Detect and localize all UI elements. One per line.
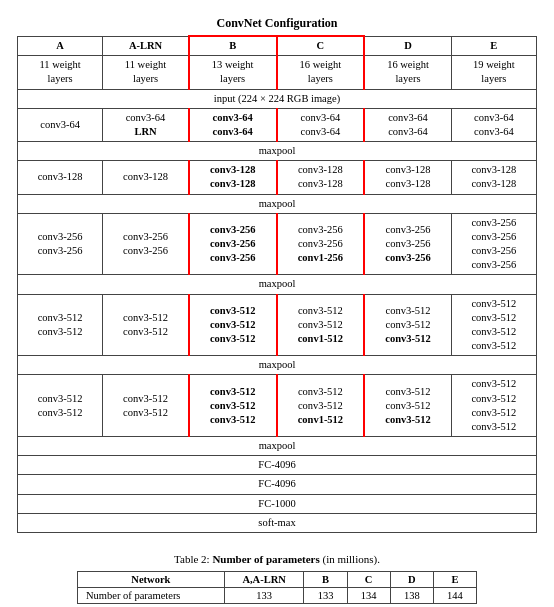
maxpool3-row: maxpool	[18, 275, 537, 294]
subheader-e: 19 weightlayers	[451, 56, 536, 89]
fc2-label: FC-4096	[18, 475, 537, 494]
s3-c: conv3-256conv3-256conv1-256	[277, 213, 365, 275]
maxpool5-row: maxpool	[18, 437, 537, 456]
section2-conv-row: conv3-128 conv3-128 conv3-128conv3-128 c…	[18, 161, 537, 194]
params-aalrn-val: 133	[224, 587, 304, 603]
s3-alrn: conv3-256conv3-256	[103, 213, 189, 275]
params-d-val: 138	[390, 587, 433, 603]
column-header-row: A A-LRN B C D E	[18, 36, 537, 56]
s5-a: conv3-512conv3-512	[18, 375, 103, 437]
s4-c: conv3-512conv3-512conv1-512	[277, 294, 365, 356]
s3-d: conv3-256conv3-256conv3-256	[364, 213, 451, 275]
main-table: A A-LRN B C D E 11 weightlayers 11 weigh…	[17, 35, 537, 533]
s2-alrn: conv3-128	[103, 161, 189, 194]
s2-a: conv3-128	[18, 161, 103, 194]
s2-d: conv3-128conv3-128	[364, 161, 451, 194]
s3-a: conv3-256conv3-256	[18, 213, 103, 275]
subheader-d: 16 weightlayers	[364, 56, 451, 89]
softmax-label: soft-max	[18, 513, 537, 532]
subheader-alrn: 11 weightlayers	[103, 56, 189, 89]
table-title: ConvNet Configuration	[216, 16, 337, 31]
s4-d: conv3-512conv3-512conv3-512	[364, 294, 451, 356]
s3-b: conv3-256conv3-256conv3-256	[189, 213, 277, 275]
maxpool4-label: maxpool	[18, 356, 537, 375]
params-col-d: D	[390, 571, 433, 587]
s5-d: conv3-512conv3-512conv3-512	[364, 375, 451, 437]
section3-conv-row: conv3-256conv3-256 conv3-256conv3-256 co…	[18, 213, 537, 275]
s1-c: conv3-64conv3-64	[277, 108, 365, 141]
maxpool2-row: maxpool	[18, 194, 537, 213]
maxpool1-row: maxpool	[18, 142, 537, 161]
col-header-a: A	[18, 36, 103, 56]
s2-c: conv3-128conv3-128	[277, 161, 365, 194]
fc1-row: FC-4096	[18, 456, 537, 475]
maxpool5-label: maxpool	[18, 437, 537, 456]
s2-e: conv3-128conv3-128	[451, 161, 536, 194]
s1-b: conv3-64conv3-64	[189, 108, 277, 141]
s4-alrn: conv3-512conv3-512	[103, 294, 189, 356]
col-header-c: C	[277, 36, 365, 56]
s4-b: conv3-512conv3-512conv3-512	[189, 294, 277, 356]
col-header-b: B	[189, 36, 277, 56]
params-table: Network A,A-LRN B C D E Number of parame…	[77, 571, 477, 604]
params-col-network: Network	[78, 571, 225, 587]
s4-e: conv3-512conv3-512conv3-512conv3-512	[451, 294, 536, 356]
fc3-row: FC-1000	[18, 494, 537, 513]
subheader-b: 13 weightlayers	[189, 56, 277, 89]
params-b-val: 133	[304, 587, 347, 603]
s5-alrn: conv3-512conv3-512	[103, 375, 189, 437]
section1-conv-row: conv3-64 conv3-64LRN conv3-64conv3-64 co…	[18, 108, 537, 141]
params-row-label: Number of parameters	[78, 587, 225, 603]
maxpool4-row: maxpool	[18, 356, 537, 375]
s2-b: conv3-128conv3-128	[189, 161, 277, 194]
s5-e: conv3-512conv3-512conv3-512conv3-512	[451, 375, 536, 437]
params-e-val: 144	[433, 587, 476, 603]
s1-alrn: conv3-64LRN	[103, 108, 189, 141]
col-header-e: E	[451, 36, 536, 56]
s4-a: conv3-512conv3-512	[18, 294, 103, 356]
params-data-row: Number of parameters 133 133 134 138 144	[78, 587, 477, 603]
col-header-d: D	[364, 36, 451, 56]
input-label: input (224 × 224 RGB image)	[18, 89, 537, 108]
section5-conv-row: conv3-512conv3-512 conv3-512conv3-512 co…	[18, 375, 537, 437]
subheader-c: 16 weightlayers	[277, 56, 365, 89]
maxpool3-label: maxpool	[18, 275, 537, 294]
s3-e: conv3-256conv3-256conv3-256conv3-256	[451, 213, 536, 275]
col-header-alrn: A-LRN	[103, 36, 189, 56]
params-col-aalrn: A,A-LRN	[224, 571, 304, 587]
input-row: input (224 × 224 RGB image)	[18, 89, 537, 108]
params-c-val: 134	[347, 587, 390, 603]
params-col-e: E	[433, 571, 476, 587]
softmax-row: soft-max	[18, 513, 537, 532]
section4-conv-row: conv3-512conv3-512 conv3-512conv3-512 co…	[18, 294, 537, 356]
fc3-label: FC-1000	[18, 494, 537, 513]
maxpool1-label: maxpool	[18, 142, 537, 161]
s1-a: conv3-64	[18, 108, 103, 141]
maxpool2-label: maxpool	[18, 194, 537, 213]
subheader-row: 11 weightlayers 11 weightlayers 13 weigh…	[18, 56, 537, 89]
params-col-b: B	[304, 571, 347, 587]
fc1-label: FC-4096	[18, 456, 537, 475]
subheader-a: 11 weightlayers	[18, 56, 103, 89]
table2-title: Table 2: Number of parameters (in millio…	[174, 553, 380, 565]
s5-b: conv3-512conv3-512conv3-512	[189, 375, 277, 437]
params-col-c: C	[347, 571, 390, 587]
fc2-row: FC-4096	[18, 475, 537, 494]
params-header-row: Network A,A-LRN B C D E	[78, 571, 477, 587]
s5-c: conv3-512conv3-512conv1-512	[277, 375, 365, 437]
s1-e: conv3-64conv3-64	[451, 108, 536, 141]
s1-d: conv3-64conv3-64	[364, 108, 451, 141]
